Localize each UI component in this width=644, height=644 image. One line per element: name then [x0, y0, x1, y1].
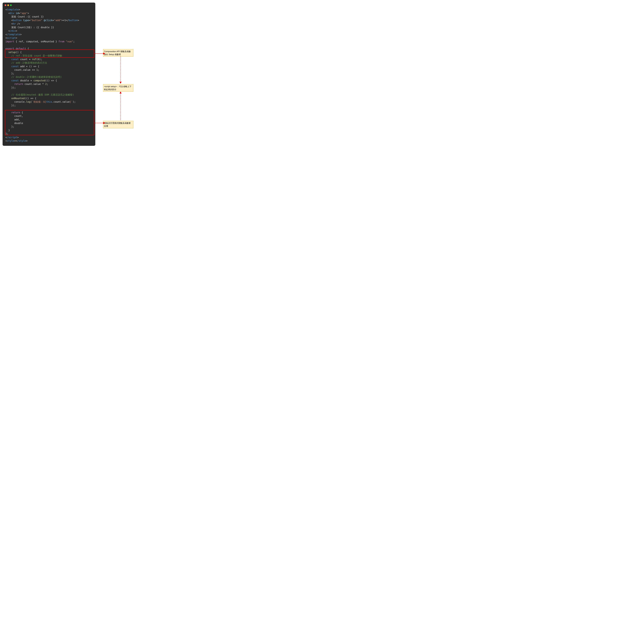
count-var: count	[20, 58, 27, 61]
log-fn: log	[26, 100, 30, 103]
tmpl-lit-1: `初始值：${	[32, 100, 46, 103]
id-val: "app"	[20, 12, 27, 15]
annotation-script-setup: <script setup>：可以省略上下框起來的部分	[103, 84, 133, 92]
button-close-tag: button	[69, 19, 78, 22]
from-kw: from	[58, 40, 64, 43]
type-val: "button"	[31, 19, 42, 22]
import-kw: import	[5, 40, 14, 43]
click-attr: @click	[44, 19, 53, 22]
value-prop-2: value	[33, 83, 41, 85]
id-attr: id	[16, 12, 19, 15]
count-ref-3: count	[54, 100, 61, 103]
const-kw-2: const	[11, 65, 19, 68]
const-kw-1: const	[11, 58, 19, 61]
zero-num: 0	[38, 58, 39, 61]
text-count-line: 當前 Count：{{ count }}	[11, 15, 44, 18]
return-count: count,	[14, 115, 23, 117]
script-open-tag: script	[7, 36, 16, 39]
onmounted-call: onMounted	[11, 97, 25, 100]
code-window: <template> <div id="app"> 當前 Count：{{ co…	[3, 3, 95, 146]
value-prop-3: value	[62, 100, 70, 103]
console-obj: console	[14, 100, 25, 103]
div-open-tag: div	[10, 12, 14, 15]
add-var: add	[20, 65, 24, 68]
annotation-return: 模板語言需要的變數及函數要回傳	[103, 121, 133, 128]
double-var: double	[20, 79, 29, 82]
const-kw-3: const	[11, 79, 19, 82]
export-kw: export	[5, 47, 14, 50]
return-kw-2: return	[11, 111, 20, 114]
two-num: 2	[45, 83, 47, 85]
ref-call: ref	[32, 58, 36, 61]
div-close-tag: /div	[10, 29, 16, 32]
button-tag: button	[13, 19, 22, 22]
return-add: add,	[14, 118, 20, 121]
comment-lifecycle: // 生命週期(mouted：畫面 DOM 元素渲染完之後觸發)	[11, 93, 74, 96]
comment-add: // add：計數器增加的函式方法	[11, 61, 47, 64]
comment-ref: // ref：宣告這個 count 是一個響應式變數	[11, 54, 62, 57]
code-block: <template> <div id="app"> 當前 Count：{{ co…	[3, 7, 95, 143]
script-close-tag: /script	[7, 136, 17, 139]
minimize-dot-icon	[7, 4, 9, 6]
value-prop-1: value	[23, 68, 30, 71]
count-ref-2: count	[25, 83, 32, 85]
comment-double: // double：計算屬性(後續章節會補充說明)	[11, 75, 62, 78]
window-titlebar	[3, 3, 95, 7]
import-src: "vue"	[66, 40, 73, 43]
maximize-dot-icon	[10, 4, 12, 6]
diagram-container: <template> <div id="app"> 當前 Count：{{ co…	[3, 3, 641, 146]
text-double-line: 當前 Count(2倍) : {{ double }}	[11, 26, 54, 29]
annotation-setup: Composotion API 變數及函數放在 Setup 函數裡	[103, 49, 133, 57]
this-kw: this	[46, 100, 52, 103]
template-open-tag: template	[7, 8, 19, 11]
tmpl-lit-2: }`	[70, 100, 73, 103]
return-double: double	[14, 122, 23, 125]
count-ref-1: count	[14, 68, 22, 71]
close-dot-icon	[5, 4, 6, 6]
import-names: { ref, computed, onMounted }	[16, 40, 57, 43]
hr-tag: hr	[13, 22, 16, 25]
return-kw-1: return	[14, 83, 23, 85]
button-text: +1	[63, 19, 66, 22]
type-attr: type	[23, 19, 29, 22]
one-num: 1	[36, 68, 38, 71]
style-close-tag: /style	[17, 139, 26, 142]
template-close-tag: /template	[7, 33, 20, 36]
computed-call: computed	[33, 79, 45, 82]
click-val: "add"	[54, 19, 61, 22]
default-kw: default	[16, 47, 26, 50]
setup-fn: setup	[8, 51, 16, 54]
style-open-tag: style	[7, 139, 14, 142]
